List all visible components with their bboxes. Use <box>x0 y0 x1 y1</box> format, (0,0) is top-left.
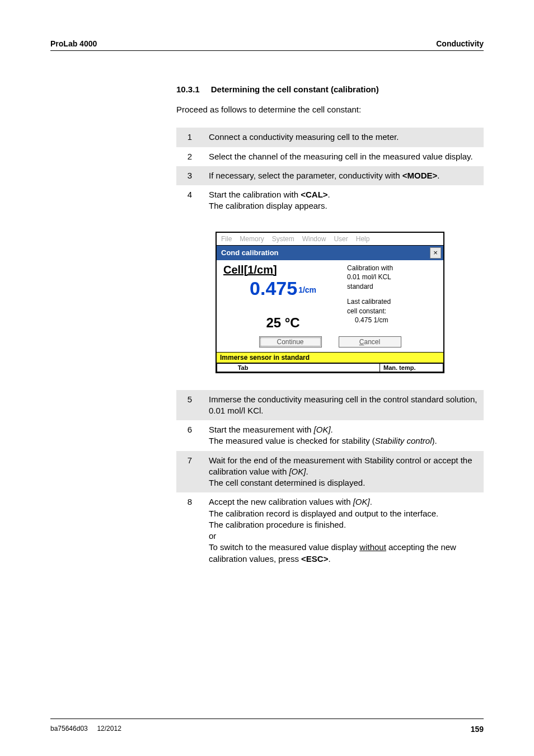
dialog-menubar: File Memory System Window User Help <box>217 233 443 246</box>
close-icon[interactable]: × <box>430 247 441 259</box>
step-text-part: or <box>209 531 216 541</box>
temperature-value: 25 °C <box>223 315 343 331</box>
menu-memory[interactable]: Memory <box>240 235 264 243</box>
dialog-titlebar: Cond calibration × <box>217 246 443 260</box>
footbar-man-temp[interactable]: Man. temp. <box>380 363 443 372</box>
menu-user[interactable]: User <box>334 235 348 243</box>
table-row: 1 Connect a conductivity measuring cell … <box>176 128 484 147</box>
step-text-part: Wait for the end of the measurement with… <box>209 456 472 476</box>
value-unit: 1/cm <box>298 285 316 294</box>
table-row: 2 Select the channel of the measuring ce… <box>176 147 484 166</box>
step-number: 5 <box>176 390 203 421</box>
footer-date: 12/2012 <box>97 725 121 732</box>
step-text-part: . <box>437 171 439 180</box>
header-right: Conductivity <box>436 39 484 48</box>
step-number: 6 <box>176 420 203 451</box>
step-text: If necessary, select the parameter, cond… <box>203 166 484 185</box>
dialog-footbar: Tab Man. temp. <box>217 363 443 372</box>
info-line: Last calibrated <box>347 297 439 307</box>
steps-table-1: 1 Connect a conductivity measuring cell … <box>176 128 484 215</box>
step-text-part: The calibration record is displayed and … <box>209 509 438 518</box>
table-row: 4 Start the calibration with <CAL>. The … <box>176 185 484 216</box>
footer-doc-id: ba75646d03 <box>50 725 88 732</box>
step-text-part: The calibration display appears. <box>209 201 327 210</box>
menu-help[interactable]: Help <box>356 235 370 243</box>
step-text: Select the channel of the measuring cell… <box>203 147 484 166</box>
ok-key: [OK] <box>353 497 370 506</box>
cell-constant-value: 0.4751/cm <box>223 278 343 299</box>
step-text: Start the calibration with <CAL>. The ca… <box>203 185 484 216</box>
steps-table-2: 5 Immerse the conductivity measuring cel… <box>176 390 484 569</box>
footer-page-number: 159 <box>471 725 484 734</box>
continue-button[interactable]: Continue <box>259 336 322 348</box>
step-text-part: . <box>370 497 372 506</box>
step-number: 4 <box>176 185 203 216</box>
without-underline: without <box>359 542 386 552</box>
step-number: 7 <box>176 451 203 493</box>
step-text-part: ). <box>432 436 437 445</box>
info-line: 0.475 1/cm <box>347 316 439 325</box>
table-row: 6 Start the measurement with [OK]. The m… <box>176 420 484 451</box>
footbar-spacer <box>269 363 380 372</box>
info-line: standard <box>347 282 439 292</box>
footbar-tab[interactable]: Tab <box>217 363 269 372</box>
step-text-part: Start the calibration with <box>209 190 301 199</box>
cancel-rest: ancel <box>364 338 380 346</box>
menu-system[interactable]: System <box>272 235 294 243</box>
info-line: cell constant: <box>347 307 439 316</box>
page-footer: ba75646d03 12/2012 159 <box>50 719 484 734</box>
key-cal: <CAL> <box>301 190 327 199</box>
step-text-part: Start the measurement with <box>209 425 314 434</box>
table-row: 5 Immerse the conductivity measuring cel… <box>176 390 484 421</box>
step-text-part: The calibration procedure is finished. <box>209 520 346 529</box>
table-row: 3 If necessary, select the parameter, co… <box>176 166 484 185</box>
ok-key: [OK] <box>289 467 306 476</box>
step-text: Wait for the end of the measurement with… <box>203 451 484 493</box>
key-mode: <MODE> <box>402 171 438 180</box>
step-number: 1 <box>176 128 203 147</box>
step-text-part: . <box>306 467 308 476</box>
dialog-title: Cond calibration <box>221 248 279 257</box>
step-text-part: . <box>328 190 330 199</box>
step-text-part: The measured value is checked for stabil… <box>209 436 375 445</box>
cancel-button[interactable]: Cancel <box>339 336 401 348</box>
step-number: 3 <box>176 166 203 185</box>
step-text-part: The cell constant determined is displaye… <box>209 478 365 487</box>
table-row: 7 Wait for the end of the measurement wi… <box>176 451 484 493</box>
step-text: Accept the new calibration values with [… <box>203 492 484 569</box>
menu-window[interactable]: Window <box>302 235 326 243</box>
value-number: 0.475 <box>250 278 297 299</box>
step-number: 8 <box>176 492 203 569</box>
cell-unit-label: Cell[1/cm] <box>223 264 343 276</box>
stability-control-term: Stability control <box>375 436 432 445</box>
section-title-text: Determining the cell constant (calibrati… <box>211 84 379 94</box>
menu-file[interactable]: File <box>221 235 232 243</box>
info-line: 0.01 mol/l KCL <box>347 273 439 282</box>
step-text-part: Accept the new calibration values with <box>209 497 353 506</box>
info-line: Calibration with <box>347 264 439 273</box>
intro-paragraph: Proceed as follows to determine the cell… <box>176 104 484 115</box>
calibration-dialog: File Memory System Window User Help Cond… <box>216 232 444 373</box>
header-left: ProLab 4000 <box>50 39 97 48</box>
step-text: Immerse the conductivity measuring cell … <box>203 390 484 421</box>
step-text: Start the measurement with [OK]. The mea… <box>203 420 484 451</box>
section-heading: 10.3.1Determining the cell constant (cal… <box>176 84 484 94</box>
step-text-part: If necessary, select the parameter, cond… <box>209 171 402 180</box>
step-number: 2 <box>176 147 203 166</box>
key-esc: <ESC> <box>301 554 328 564</box>
ok-key: [OK] <box>314 425 331 434</box>
table-row: 8 Accept the new calibration values with… <box>176 492 484 569</box>
dialog-info-panel: Calibration with 0.01 mol/l KCL standard… <box>345 260 443 333</box>
step-text: Connect a conductivity measuring cell to… <box>203 128 484 147</box>
dialog-statusbar: Immerse sensor in standard <box>217 352 443 363</box>
step-text-part: . <box>328 554 330 564</box>
step-text-part: . <box>331 425 333 434</box>
step-text-part: To switch to the measured value display <box>209 542 359 552</box>
section-number: 10.3.1 <box>176 84 200 94</box>
